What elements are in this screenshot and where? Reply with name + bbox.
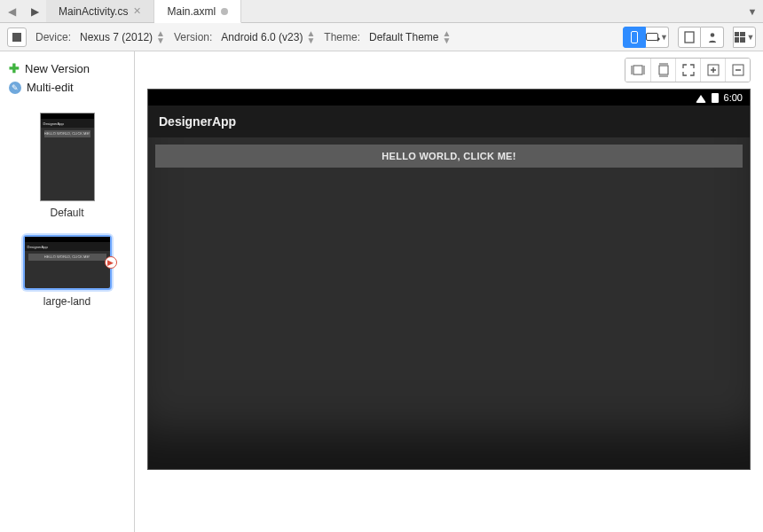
close-icon[interactable]: ✕: [133, 5, 141, 17]
multi-edit-button[interactable]: ✎ Multi-edit: [0, 78, 134, 97]
fit-horizontal-icon: [631, 64, 645, 76]
wifi-icon: [696, 95, 706, 103]
svg-point-1: [710, 33, 714, 37]
zoom-out-button[interactable]: [725, 59, 750, 82]
app-title: DesignerApp: [159, 114, 236, 129]
orientation-group: ▼: [623, 27, 669, 48]
layout-mode-button[interactable]: [7, 27, 27, 47]
hello-button[interactable]: HELLO WORLD, CLICK ME!: [155, 145, 743, 168]
zoom-out-icon: [732, 64, 744, 76]
person-icon: [706, 31, 719, 43]
variant-large-land[interactable]: DesignerApp HELLO WORLD, CLICK ME! ▶ lar…: [0, 235, 134, 308]
theme-value: Default Theme: [369, 31, 439, 43]
grid-group: ▼: [733, 27, 756, 48]
grid-icon: [735, 32, 745, 43]
designer-toolbar: Device: Nexus 7 (2012) ▲▼ Version: Andro…: [0, 23, 763, 51]
expand-icon: [682, 64, 695, 76]
pencil-icon: ✎: [9, 82, 21, 94]
hello-button-label: HELLO WORLD, CLICK ME!: [382, 151, 515, 161]
tab-main-axml[interactable]: Main.axml: [154, 0, 241, 23]
variant-large-land-label: large-land: [0, 295, 134, 308]
grid-button[interactable]: ▼: [733, 27, 756, 48]
fullscreen-button[interactable]: [675, 59, 700, 82]
phone-landscape-icon: [646, 33, 658, 41]
thumbnail-default: DesignerApp HELLO WORLD, CLICK ME!: [40, 113, 95, 201]
status-time: 6:00: [724, 92, 743, 103]
device-value: Nexus 7 (2012): [80, 31, 153, 43]
new-version-label: New Version: [25, 62, 90, 75]
version-value: Android 6.0 (v23): [221, 31, 303, 43]
tab-label: Main.axml: [167, 5, 216, 18]
tab-overflow-icon[interactable]: ▼: [742, 0, 763, 22]
fit-height-button[interactable]: [650, 59, 675, 82]
version-picker[interactable]: Android 6.0 (v23) ▲▼: [221, 30, 315, 44]
device-label: Device:: [35, 31, 71, 43]
render-group: [678, 27, 724, 48]
layout-variants-sidebar: ✚ New Version ✎ Multi-edit DesignerApp H…: [0, 51, 135, 532]
fit-vertical-icon: [657, 63, 670, 77]
new-version-button[interactable]: ✚ New Version: [0, 59, 134, 78]
android-statusbar: 6:00: [148, 90, 750, 106]
device-picker[interactable]: Nexus 7 (2012) ▲▼: [80, 30, 165, 44]
thumbnail-large-land: DesignerApp HELLO WORLD, CLICK ME!: [23, 235, 112, 290]
svg-rect-2: [633, 66, 642, 74]
device-preview[interactable]: 6:00 DesignerApp HELLO WORLD, CLICK ME!: [147, 89, 751, 470]
landscape-button[interactable]: ▼: [646, 27, 669, 48]
render-person-button[interactable]: [701, 27, 724, 48]
render-normal-button[interactable]: [678, 27, 701, 48]
svg-rect-5: [659, 66, 668, 74]
warning-badge-icon[interactable]: ▶: [105, 256, 117, 269]
portrait-button[interactable]: [623, 27, 646, 48]
phone-portrait-icon: [631, 31, 638, 43]
canvas-toolbar: [147, 51, 751, 89]
variant-default-label: Default: [0, 207, 134, 219]
svg-rect-0: [685, 32, 694, 43]
multi-edit-label: Multi-edit: [27, 81, 74, 94]
zoom-in-button[interactable]: [700, 59, 725, 82]
designer-canvas-zone: 6:00 DesignerApp HELLO WORLD, CLICK ME!: [135, 51, 763, 532]
tab-label: MainActivity.cs: [59, 5, 128, 18]
theme-label: Theme:: [324, 31, 360, 43]
editor-tabbar: ◀ ▶ MainActivity.cs ✕ Main.axml ▼: [0, 0, 763, 23]
theme-picker[interactable]: Default Theme ▲▼: [369, 30, 451, 44]
dirty-indicator-icon: [221, 8, 228, 15]
plus-icon: ✚: [9, 61, 20, 75]
main-area: ✚ New Version ✎ Multi-edit DesignerApp H…: [0, 51, 763, 532]
battery-icon: [712, 93, 719, 103]
tab-mainactivity[interactable]: MainActivity.cs ✕: [46, 0, 154, 22]
zoom-in-icon: [707, 64, 720, 76]
document-outline-icon: [683, 31, 696, 43]
variant-default[interactable]: DesignerApp HELLO WORLD, CLICK ME! Defau…: [0, 113, 134, 219]
app-actionbar: DesignerApp: [148, 106, 750, 137]
fit-width-button[interactable]: [625, 59, 650, 82]
nav-forward-icon[interactable]: ▶: [23, 0, 46, 22]
version-label: Version:: [174, 31, 212, 43]
nav-back-icon[interactable]: ◀: [0, 0, 23, 22]
